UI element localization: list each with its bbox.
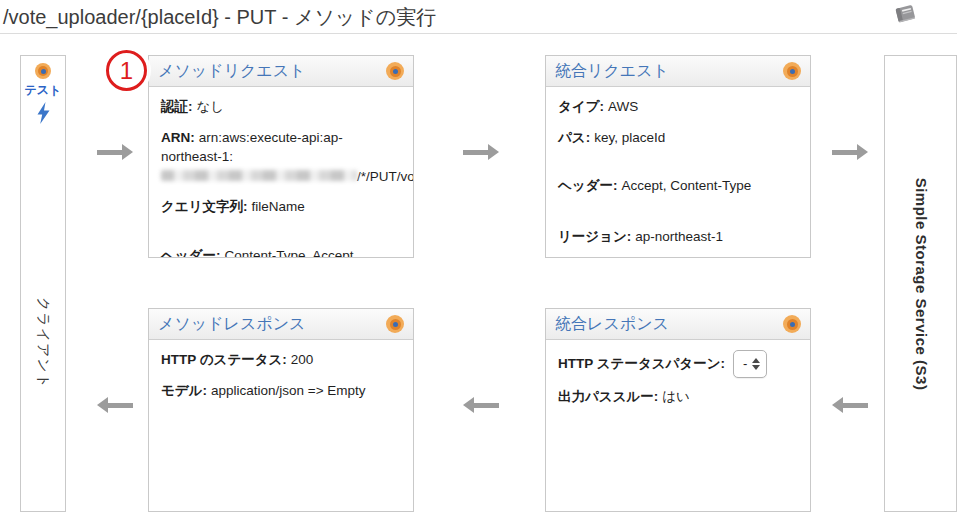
integration-request-title-link[interactable]: 統合リクエスト: [555, 61, 777, 82]
annotation-circle-1: 1: [106, 50, 147, 91]
integration-response-panel: 統合レスポンス HTTP ステータスパターン: - 出力パススルー:はい: [545, 308, 811, 512]
flow-arrow-s3-to-integration-response: [832, 397, 868, 413]
auth-label: 認証:: [161, 99, 193, 114]
s3-panel: Simple Storage Service (S3): [884, 55, 957, 512]
target-icon: [35, 63, 51, 79]
type-label: タイプ:: [558, 99, 604, 114]
http-status-pattern-value: -: [743, 355, 747, 374]
region-row: リージョン:ap-northeast-1: [558, 227, 798, 247]
integration-headers-label: ヘッダー:: [558, 178, 617, 193]
integration-response-title-link[interactable]: 統合レスポンス: [555, 314, 777, 335]
s3-label: Simple Storage Service (S3): [912, 177, 929, 390]
flow-arrow-client-to-method-request: [97, 144, 133, 160]
arn-label: ARN:: [161, 130, 195, 145]
http-status-row: HTTP のステータス:200: [161, 350, 401, 370]
query-string-value: fileName: [251, 199, 304, 214]
client-label: クライアント: [34, 297, 52, 389]
path-row: パス:key, placeId: [558, 128, 798, 148]
passthrough-row: 出力パススルー:はい: [558, 387, 798, 407]
query-string-label: クエリ文字列:: [161, 199, 247, 214]
arn-row: ARN:arn:aws:execute-api:ap-northeast-1:/…: [161, 128, 401, 187]
http-status-pattern-select[interactable]: -: [733, 350, 767, 378]
path-value: key, placeId: [594, 130, 665, 145]
test-control[interactable]: テスト: [21, 63, 65, 124]
region-label: リージョン:: [558, 229, 631, 244]
method-response-body: HTTP のステータス:200 モデル:application/json => …: [149, 340, 413, 421]
type-value: AWS: [608, 99, 638, 114]
target-icon: [783, 62, 801, 80]
http-status-value: 200: [291, 352, 314, 367]
status-pattern-label: HTTP ステータスパターン:: [558, 354, 725, 374]
request-headers-label: ヘッダー:: [161, 248, 220, 258]
integration-response-body: HTTP ステータスパターン: - 出力パススルー:はい: [546, 340, 810, 428]
passthrough-label: 出力パススルー:: [558, 389, 658, 404]
title-divider: [0, 33, 957, 34]
status-pattern-row: HTTP ステータスパターン: -: [558, 350, 798, 378]
target-icon: [783, 315, 801, 333]
auth-row: 認証:なし: [161, 97, 401, 117]
book-icon-glyph: [893, 2, 919, 26]
request-headers-value: Content-Type, Accept: [224, 248, 353, 258]
method-response-header: メソッドレスポンス: [149, 309, 413, 340]
method-request-body: 認証:なし ARN:arn:aws:execute-api:ap-northea…: [149, 87, 413, 258]
request-headers-row: ヘッダー:Content-Type, Accept: [161, 246, 401, 258]
model-value: application/json => Empty: [211, 383, 366, 398]
annotation-number: 1: [120, 57, 133, 85]
path-label: パス:: [558, 130, 590, 145]
method-request-title-link[interactable]: メソッドリクエスト: [158, 61, 380, 82]
model-row: モデル:application/json => Empty: [161, 381, 401, 401]
query-string-row: クエリ文字列:fileName: [161, 197, 401, 217]
passthrough-value: はい: [662, 389, 690, 404]
book-icon[interactable]: [893, 2, 921, 28]
integration-headers-value: Accept, Content-Type: [621, 178, 751, 193]
integration-headers-row: ヘッダー:Accept, Content-Type: [558, 176, 798, 196]
integration-request-panel: 統合リクエスト タイプ:AWS パス:key, placeId ヘッダー:Acc…: [545, 55, 811, 258]
method-request-header: メソッドリクエスト: [149, 56, 413, 87]
client-panel: テスト クライアント: [20, 55, 66, 512]
flow-arrow-method-response-to-client: [97, 397, 133, 413]
model-label: モデル:: [161, 383, 207, 398]
arn-redacted-blur: [161, 170, 357, 181]
type-row: タイプ:AWS: [558, 97, 798, 117]
flow-arrow-method-to-integration-request: [463, 144, 499, 160]
flow-arrow-integration-to-method-response: [463, 397, 499, 413]
method-execution-diagram: /vote_uploader/{placeId} - PUT - メソッドの実行…: [0, 0, 963, 522]
flow-arrow-integration-request-to-s3: [832, 144, 868, 160]
integration-request-header: 統合リクエスト: [546, 56, 810, 87]
region-value: ap-northeast-1: [635, 229, 723, 244]
target-icon: [386, 315, 404, 333]
integration-response-header: 統合レスポンス: [546, 309, 810, 340]
test-link-label[interactable]: テスト: [25, 82, 62, 99]
method-response-panel: メソッドレスポンス HTTP のステータス:200 モデル:applicatio…: [148, 308, 414, 512]
arn-value-suffix: /*/PUT/vot: [357, 169, 414, 184]
method-response-title-link[interactable]: メソッドレスポンス: [158, 314, 380, 335]
lightning-icon[interactable]: [36, 102, 51, 124]
integration-request-body: タイプ:AWS パス:key, placeId ヘッダー:Accept, Con…: [546, 87, 810, 258]
method-request-panel: メソッドリクエスト 認証:なし ARN:arn:aws:execute-api:…: [148, 55, 414, 258]
auth-value: なし: [197, 99, 225, 114]
stepper-arrows-icon: [752, 358, 760, 370]
http-status-label: HTTP のステータス:: [161, 352, 287, 367]
target-icon: [386, 62, 404, 80]
page-title: /vote_uploader/{placeId} - PUT - メソッドの実行: [3, 4, 436, 31]
